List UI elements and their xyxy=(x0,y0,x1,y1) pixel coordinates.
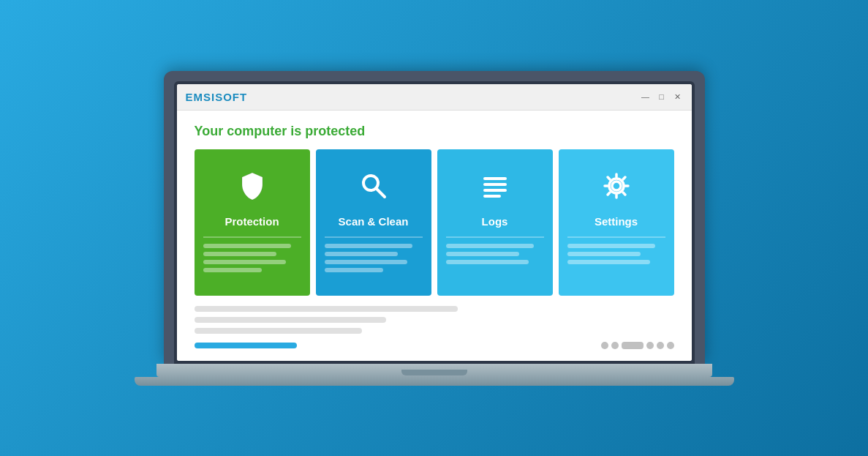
dot-4 xyxy=(657,342,664,349)
window-controls: — □ ✕ xyxy=(641,91,683,102)
svg-point-6 xyxy=(612,182,621,190)
line-1 xyxy=(567,244,656,248)
laptop-base xyxy=(156,364,712,377)
screen-bezel: EMSISOFT — □ ✕ Your computer is protecte… xyxy=(174,81,695,364)
tile-protection[interactable]: Protection xyxy=(195,149,310,296)
window-content: Your computer is protected xyxy=(177,111,692,361)
laptop-wrapper: EMSISOFT — □ ✕ Your computer is protecte… xyxy=(149,71,720,386)
dot-5 xyxy=(667,342,674,349)
line-2 xyxy=(325,252,399,256)
line-3 xyxy=(567,260,651,264)
info-progress-bar xyxy=(195,343,297,348)
nav-tiles: Protection xyxy=(195,149,674,296)
scan-lines xyxy=(325,236,423,272)
search-icon xyxy=(358,164,390,208)
laptop-notch xyxy=(401,370,467,375)
settings-label: Settings xyxy=(595,215,638,228)
protection-label: Protection xyxy=(224,215,279,228)
line-3 xyxy=(325,260,408,264)
logs-label: Logs xyxy=(482,215,508,228)
settings-lines xyxy=(567,236,665,264)
tile-settings[interactable]: Settings xyxy=(559,149,674,296)
dot-bar-1 xyxy=(622,342,644,349)
line-1 xyxy=(325,244,413,248)
dot-1 xyxy=(601,342,608,349)
app-title: EMSISOFT xyxy=(186,91,248,103)
line-2 xyxy=(203,252,277,256)
shield-icon xyxy=(236,164,268,208)
info-line-3 xyxy=(195,328,363,334)
line-2 xyxy=(567,252,641,256)
list-icon xyxy=(479,164,511,208)
status-text: Your computer is protected xyxy=(195,124,366,138)
info-section xyxy=(195,306,674,349)
maximize-button[interactable]: □ xyxy=(657,91,667,102)
scan-label: Scan & Clean xyxy=(339,215,409,228)
line-3 xyxy=(446,260,529,264)
tile-scan[interactable]: Scan & Clean xyxy=(316,149,431,296)
status-bar: Your computer is protected xyxy=(195,124,674,139)
dot-2 xyxy=(611,342,619,349)
protection-lines xyxy=(203,236,301,272)
line-3 xyxy=(203,260,287,264)
line-4 xyxy=(203,268,262,272)
info-line-2 xyxy=(195,317,386,323)
laptop-foot xyxy=(135,377,734,386)
info-bottom-row xyxy=(195,342,674,349)
logs-lines xyxy=(446,236,544,264)
dot-3 xyxy=(646,342,654,349)
laptop-screen: EMSISOFT — □ ✕ Your computer is protecte… xyxy=(177,84,692,361)
minimize-button[interactable]: — xyxy=(641,91,651,102)
svg-line-1 xyxy=(376,188,385,197)
line-4 xyxy=(325,268,383,272)
svg-rect-4 xyxy=(483,189,507,192)
info-line-1 xyxy=(195,306,458,312)
svg-rect-3 xyxy=(483,183,507,186)
close-button[interactable]: ✕ xyxy=(673,91,683,102)
tile-logs[interactable]: Logs xyxy=(437,149,553,296)
laptop-screen-outer: EMSISOFT — □ ✕ Your computer is protecte… xyxy=(164,71,705,364)
svg-rect-2 xyxy=(483,177,507,180)
svg-rect-5 xyxy=(483,195,501,198)
line-1 xyxy=(203,244,292,248)
info-dots xyxy=(601,342,674,349)
gear-icon xyxy=(600,164,633,208)
line-1 xyxy=(446,244,535,248)
window-titlebar: EMSISOFT — □ ✕ xyxy=(177,84,692,111)
line-2 xyxy=(446,252,520,256)
